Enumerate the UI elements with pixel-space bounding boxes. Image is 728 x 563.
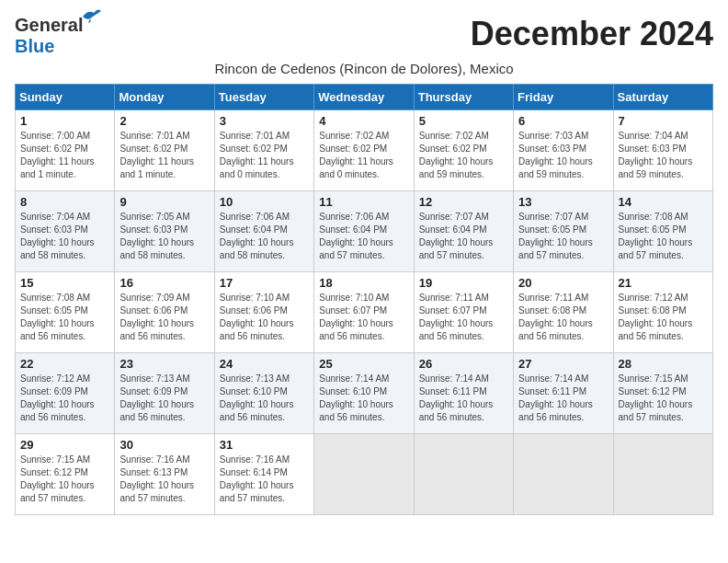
- day-number: 11: [319, 195, 408, 209]
- calendar-cell: 28Sunrise: 7:15 AM Sunset: 6:12 PM Dayli…: [613, 353, 712, 434]
- day-number: 6: [518, 114, 608, 128]
- calendar-cell: 9Sunrise: 7:05 AM Sunset: 6:03 PM Daylig…: [115, 191, 214, 272]
- month-title: December 2024: [471, 15, 713, 53]
- day-number: 9: [119, 195, 209, 209]
- day-number: 17: [220, 276, 309, 290]
- calendar-cell: [514, 434, 613, 515]
- calendar-cell: 31Sunrise: 7:16 AM Sunset: 6:14 PM Dayli…: [214, 434, 313, 515]
- day-info: Sunrise: 7:15 AM Sunset: 6:12 PM Dayligh…: [619, 373, 708, 424]
- calendar-week-row: 15Sunrise: 7:08 AM Sunset: 6:05 PM Dayli…: [16, 272, 713, 353]
- day-number: 14: [619, 195, 708, 209]
- day-number: 22: [20, 357, 109, 371]
- day-info: Sunrise: 7:01 AM Sunset: 6:02 PM Dayligh…: [119, 130, 209, 181]
- calendar-cell: 2Sunrise: 7:01 AM Sunset: 6:02 PM Daylig…: [115, 110, 214, 191]
- header-day-tuesday: Tuesday: [214, 85, 313, 110]
- header-day-wednesday: Wednesday: [314, 85, 414, 110]
- day-info: Sunrise: 7:08 AM Sunset: 6:05 PM Dayligh…: [619, 211, 708, 262]
- day-number: 28: [619, 357, 708, 371]
- logo-bird-icon: [81, 7, 103, 24]
- calendar-cell: 20Sunrise: 7:11 AM Sunset: 6:08 PM Dayli…: [514, 272, 613, 353]
- day-number: 24: [220, 357, 309, 371]
- day-info: Sunrise: 7:10 AM Sunset: 6:06 PM Dayligh…: [220, 292, 309, 343]
- calendar-cell: [314, 434, 414, 515]
- day-info: Sunrise: 7:05 AM Sunset: 6:03 PM Dayligh…: [119, 211, 209, 262]
- day-number: 2: [119, 114, 209, 128]
- calendar-cell: 5Sunrise: 7:02 AM Sunset: 6:02 PM Daylig…: [414, 110, 513, 191]
- day-number: 12: [419, 195, 508, 209]
- day-info: Sunrise: 7:12 AM Sunset: 6:09 PM Dayligh…: [20, 373, 109, 424]
- day-info: Sunrise: 7:07 AM Sunset: 6:04 PM Dayligh…: [419, 211, 508, 262]
- header-day-saturday: Saturday: [613, 85, 712, 110]
- calendar-cell: 23Sunrise: 7:13 AM Sunset: 6:09 PM Dayli…: [115, 353, 214, 434]
- day-number: 3: [220, 114, 309, 128]
- calendar-cell: 10Sunrise: 7:06 AM Sunset: 6:04 PM Dayli…: [214, 191, 313, 272]
- header-day-sunday: Sunday: [16, 85, 115, 110]
- calendar-cell: 25Sunrise: 7:14 AM Sunset: 6:10 PM Dayli…: [314, 353, 414, 434]
- day-number: 13: [518, 195, 608, 209]
- calendar-cell: 27Sunrise: 7:14 AM Sunset: 6:11 PM Dayli…: [514, 353, 613, 434]
- day-number: 8: [20, 195, 109, 209]
- calendar-cell: 13Sunrise: 7:07 AM Sunset: 6:05 PM Dayli…: [514, 191, 613, 272]
- calendar-cell: 18Sunrise: 7:10 AM Sunset: 6:07 PM Dayli…: [314, 272, 414, 353]
- day-info: Sunrise: 7:07 AM Sunset: 6:05 PM Dayligh…: [518, 211, 608, 262]
- calendar-cell: 1Sunrise: 7:00 AM Sunset: 6:02 PM Daylig…: [16, 110, 115, 191]
- day-info: Sunrise: 7:13 AM Sunset: 6:10 PM Dayligh…: [220, 373, 309, 424]
- day-number: 10: [220, 195, 309, 209]
- day-info: Sunrise: 7:06 AM Sunset: 6:04 PM Dayligh…: [319, 211, 408, 262]
- logo-blue-text: Blue: [15, 36, 54, 56]
- day-info: Sunrise: 7:06 AM Sunset: 6:04 PM Dayligh…: [220, 211, 309, 262]
- logo: General Blue: [15, 15, 83, 57]
- calendar-cell: 16Sunrise: 7:09 AM Sunset: 6:06 PM Dayli…: [115, 272, 214, 353]
- day-number: 5: [419, 114, 508, 128]
- calendar-cell: 7Sunrise: 7:04 AM Sunset: 6:03 PM Daylig…: [613, 110, 712, 191]
- day-info: Sunrise: 7:11 AM Sunset: 6:08 PM Dayligh…: [518, 292, 608, 343]
- day-info: Sunrise: 7:03 AM Sunset: 6:03 PM Dayligh…: [518, 130, 608, 181]
- day-number: 18: [319, 276, 408, 290]
- day-info: Sunrise: 7:16 AM Sunset: 6:14 PM Dayligh…: [220, 454, 309, 505]
- calendar-cell: 19Sunrise: 7:11 AM Sunset: 6:07 PM Dayli…: [414, 272, 513, 353]
- day-info: Sunrise: 7:04 AM Sunset: 6:03 PM Dayligh…: [20, 211, 109, 262]
- calendar-cell: 14Sunrise: 7:08 AM Sunset: 6:05 PM Dayli…: [613, 191, 712, 272]
- day-info: Sunrise: 7:08 AM Sunset: 6:05 PM Dayligh…: [20, 292, 109, 343]
- day-info: Sunrise: 7:10 AM Sunset: 6:07 PM Dayligh…: [319, 292, 408, 343]
- calendar-header-row: SundayMondayTuesdayWednesdayThursdayFrid…: [16, 85, 713, 110]
- calendar-cell: 3Sunrise: 7:01 AM Sunset: 6:02 PM Daylig…: [214, 110, 313, 191]
- day-number: 31: [220, 438, 309, 452]
- day-number: 23: [119, 357, 209, 371]
- day-number: 25: [319, 357, 408, 371]
- calendar-cell: 24Sunrise: 7:13 AM Sunset: 6:10 PM Dayli…: [214, 353, 313, 434]
- calendar-week-row: 22Sunrise: 7:12 AM Sunset: 6:09 PM Dayli…: [16, 353, 713, 434]
- day-number: 7: [619, 114, 708, 128]
- day-info: Sunrise: 7:11 AM Sunset: 6:07 PM Dayligh…: [419, 292, 508, 343]
- day-info: Sunrise: 7:02 AM Sunset: 6:02 PM Dayligh…: [319, 130, 408, 181]
- day-info: Sunrise: 7:14 AM Sunset: 6:11 PM Dayligh…: [518, 373, 608, 424]
- calendar-cell: 22Sunrise: 7:12 AM Sunset: 6:09 PM Dayli…: [16, 353, 115, 434]
- calendar-cell: 30Sunrise: 7:16 AM Sunset: 6:13 PM Dayli…: [115, 434, 214, 515]
- calendar-week-row: 29Sunrise: 7:15 AM Sunset: 6:12 PM Dayli…: [16, 434, 713, 515]
- calendar-subtitle: Rincon de Cedenos (Rincon de Dolores), M…: [15, 61, 713, 76]
- calendar-cell: 6Sunrise: 7:03 AM Sunset: 6:03 PM Daylig…: [514, 110, 613, 191]
- header-day-friday: Friday: [514, 85, 613, 110]
- day-info: Sunrise: 7:14 AM Sunset: 6:11 PM Dayligh…: [419, 373, 508, 424]
- calendar-cell: 26Sunrise: 7:14 AM Sunset: 6:11 PM Dayli…: [414, 353, 513, 434]
- day-info: Sunrise: 7:16 AM Sunset: 6:13 PM Dayligh…: [119, 454, 209, 505]
- day-info: Sunrise: 7:00 AM Sunset: 6:02 PM Dayligh…: [20, 130, 109, 181]
- calendar-cell: 12Sunrise: 7:07 AM Sunset: 6:04 PM Dayli…: [414, 191, 513, 272]
- day-number: 16: [119, 276, 209, 290]
- logo-general-text: General: [15, 15, 83, 35]
- header-day-thursday: Thursday: [414, 85, 513, 110]
- day-info: Sunrise: 7:01 AM Sunset: 6:02 PM Dayligh…: [220, 130, 309, 181]
- calendar-week-row: 1Sunrise: 7:00 AM Sunset: 6:02 PM Daylig…: [16, 110, 713, 191]
- day-number: 27: [518, 357, 608, 371]
- day-info: Sunrise: 7:02 AM Sunset: 6:02 PM Dayligh…: [419, 130, 508, 181]
- day-info: Sunrise: 7:09 AM Sunset: 6:06 PM Dayligh…: [119, 292, 209, 343]
- calendar-cell: 4Sunrise: 7:02 AM Sunset: 6:02 PM Daylig…: [314, 110, 414, 191]
- calendar-cell: 29Sunrise: 7:15 AM Sunset: 6:12 PM Dayli…: [16, 434, 115, 515]
- day-number: 30: [119, 438, 209, 452]
- day-number: 20: [518, 276, 608, 290]
- day-number: 29: [20, 438, 109, 452]
- calendar-cell: 8Sunrise: 7:04 AM Sunset: 6:03 PM Daylig…: [16, 191, 115, 272]
- calendar-cell: 11Sunrise: 7:06 AM Sunset: 6:04 PM Dayli…: [314, 191, 414, 272]
- day-info: Sunrise: 7:13 AM Sunset: 6:09 PM Dayligh…: [119, 373, 209, 424]
- day-number: 19: [419, 276, 508, 290]
